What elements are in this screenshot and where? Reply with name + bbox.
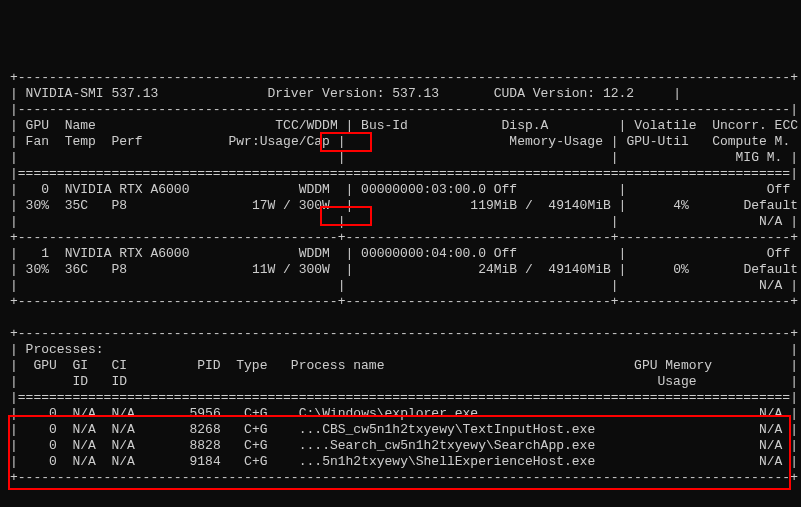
line: | 0 N/A N/A 9184 C+G ...5n1h2txyewy\Shel… (10, 454, 791, 470)
proc-gpu: 0 (26, 406, 57, 421)
proc-gpu: 0 (26, 422, 57, 437)
line: | | | MIG M. | (10, 150, 791, 166)
col-temp: Temp (65, 134, 104, 149)
proc-type: C+G (244, 454, 291, 469)
proc-gi: N/A (72, 422, 103, 437)
gpu-util: 0% (634, 262, 689, 277)
line: +---------------------------------------… (10, 230, 791, 246)
gpu-pwr: 11W / 300W (174, 262, 330, 277)
line: | | | N/A | (10, 278, 791, 294)
col-ecc: Uncorr. ECC (704, 118, 798, 133)
proc-ci: N/A (111, 422, 142, 437)
proc-header-2: ID ID Usage (18, 374, 790, 389)
driver-version: 537.13 (392, 86, 439, 101)
line: | | | N/A | (10, 214, 791, 230)
gpu-compute: Default (704, 198, 798, 213)
gpu-ecc: Off (767, 182, 790, 197)
gpu-mode: WDDM (236, 246, 330, 261)
gpu-bus: 00000000:03:00.0 (361, 182, 494, 197)
cuda-label: CUDA Version: (494, 86, 595, 101)
col-dispa: Disp.A (439, 118, 548, 133)
proc-name: ....Search_cw5n1h2txyewy\SearchApp.exe (299, 438, 650, 453)
proc-ci: N/A (111, 406, 142, 421)
proc-gi: N/A (72, 406, 103, 421)
line: +---------------------------------------… (10, 70, 791, 86)
gpu-idx: 0 (26, 182, 49, 197)
gpu-perf: P8 (111, 262, 173, 277)
col-busid: Bus-Id (361, 118, 439, 133)
gpu-name: NVIDIA RTX A6000 (65, 182, 237, 197)
gpu-disp: Off (494, 182, 517, 197)
proc-pid: 8268 (143, 422, 221, 437)
line: | GPU Name TCC/WDDM | Bus-Id Disp.A | Vo… (10, 118, 791, 134)
gpu-temp: 36C (65, 262, 104, 277)
line: |=======================================… (10, 166, 791, 182)
line (10, 310, 791, 326)
col-tccwddm: TCC/WDDM (205, 118, 338, 133)
proc-type: C+G (244, 422, 291, 437)
proc-pid: 8828 (143, 438, 221, 453)
gpu-ecc: Off (767, 246, 790, 261)
col-memusage: Memory-Usage (353, 134, 603, 149)
proc-mem: N/A (650, 422, 783, 437)
gpu-idx: 1 (26, 246, 49, 261)
proc-mem: N/A (650, 438, 783, 453)
proc-type: C+G (244, 438, 291, 453)
proc-ci: N/A (111, 438, 142, 453)
col-volatile: Volatile (634, 118, 696, 133)
line: | GPU GI CI PID Type Process name GPU Me… (10, 358, 791, 374)
proc-type: C+G (244, 406, 291, 421)
proc-name: ...5n1h2txyewy\ShellExperienceHost.exe (299, 454, 650, 469)
gpu-disp: Off (494, 246, 517, 261)
col-fan: Fan (26, 134, 57, 149)
line: | 0 N/A N/A 5956 C+G C:\Windows\explorer… (10, 406, 791, 422)
gpu-mem: 24MiB / 49140MiB (361, 262, 611, 277)
line: | 0 N/A N/A 8268 C+G ...CBS_cw5n1h2txyew… (10, 422, 791, 438)
gpu-fan: 30% (26, 262, 57, 277)
proc-gpu: 0 (26, 454, 57, 469)
proc-mem: N/A (650, 406, 783, 421)
line: +---------------------------------------… (10, 294, 791, 310)
gpu-mem: 119MiB / 49140MiB (361, 198, 611, 213)
col-pwr: Pwr:Usage/Cap (197, 134, 330, 149)
line: +---------------------------------------… (10, 326, 791, 342)
line: | NVIDIA-SMI 537.13 Driver Version: 537.… (10, 86, 791, 102)
proc-gi: N/A (72, 454, 103, 469)
line: | 30% 36C P8 11W / 300W | 24MiB / 49140M… (10, 262, 791, 278)
gpu-compute: Default (704, 262, 798, 277)
line: | ID ID Usage | (10, 374, 791, 390)
smi-version: 537.13 (111, 86, 158, 101)
proc-mem: N/A (650, 454, 783, 469)
proc-ci: N/A (111, 454, 142, 469)
line: |---------------------------------------… (10, 102, 791, 118)
col-migm: MIG M. (736, 150, 783, 165)
gpu-pwr: 17W / 300W (174, 198, 330, 213)
line: | 1 NVIDIA RTX A6000 WDDM | 00000000:04:… (10, 246, 791, 262)
proc-gi: N/A (72, 438, 103, 453)
col-gpu: GPU (26, 118, 57, 133)
col-computem: Compute M. (697, 134, 791, 149)
proc-pid: 5956 (143, 406, 221, 421)
cuda-version: 12.2 (603, 86, 634, 101)
gpu-temp: 35C (65, 198, 104, 213)
gpu-perf: P8 (111, 198, 173, 213)
col-name: Name (65, 118, 205, 133)
driver-label: Driver Version: (267, 86, 384, 101)
proc-name: C:\Windows\explorer.exe (299, 406, 650, 421)
gpu-util: 4% (634, 198, 689, 213)
gpu-bus: 00000000:04:00.0 (361, 246, 494, 261)
smi-label: NVIDIA-SMI (26, 86, 104, 101)
proc-title: Processes: (26, 342, 791, 357)
line: +---------------------------------------… (10, 470, 791, 486)
line: | Fan Temp Perf Pwr:Usage/Cap | Memory-U… (10, 134, 791, 150)
proc-gpu: 0 (26, 438, 57, 453)
gpu-fan: 30% (26, 198, 57, 213)
proc-pid: 9184 (143, 454, 221, 469)
line: |=======================================… (10, 390, 791, 406)
gpu-mig: N/A (759, 214, 782, 229)
nvidia-smi-output: +---------------------------------------… (10, 70, 791, 486)
proc-header-1: GPU GI CI PID Type Process name GPU Memo… (18, 358, 790, 373)
line: | 0 N/A N/A 8828 C+G ....Search_cw5n1h2t… (10, 438, 791, 454)
gpu-mig: N/A (759, 278, 782, 293)
gpu-name: NVIDIA RTX A6000 (65, 246, 237, 261)
